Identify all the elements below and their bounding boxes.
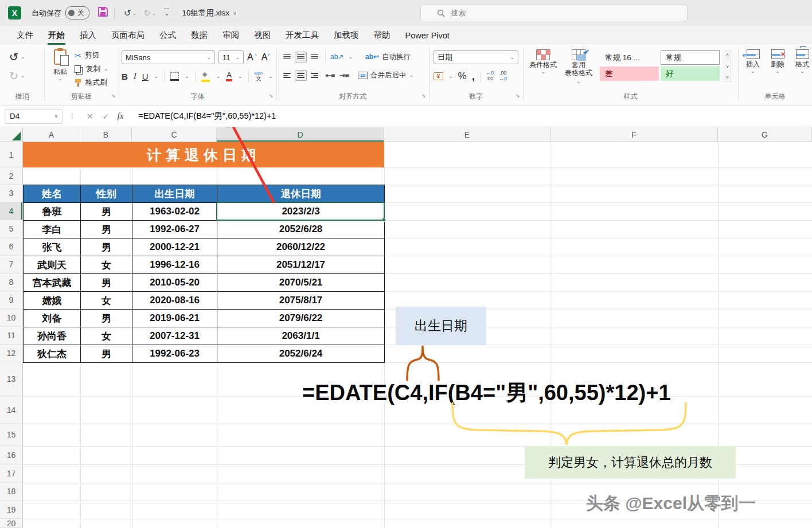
table-cell[interactable]: 武则天 [24,256,81,274]
table-cell[interactable]: 2052/6/24 [217,345,385,363]
table-cell[interactable]: 宫本武藏 [24,274,81,292]
increase-decimal-icon[interactable]: ←0.00 [486,71,494,82]
menu-tab[interactable]: 数据 [184,26,215,45]
table-cell[interactable]: 鲁班 [24,203,81,221]
column-header[interactable]: E [384,127,551,142]
table-cell[interactable]: 李白 [24,221,81,238]
table-cell[interactable]: 1996-12-16 [132,256,217,274]
underline-icon[interactable]: U [142,72,149,81]
excel-logo-icon[interactable]: X [8,6,21,19]
customize-toolbar-icon[interactable]: ⌄ [164,9,169,17]
table-cell[interactable]: 2063/1/1 [217,327,385,345]
table-cell[interactable]: 1963-02-02 [132,203,217,221]
menu-tab[interactable]: 审阅 [215,26,247,45]
undo-icon[interactable]: ↺ ⌄ [9,50,25,64]
borders-icon[interactable] [170,72,179,81]
save-icon[interactable] [97,6,108,19]
format-painter-button[interactable]: 格式刷 [75,78,108,88]
table-cell[interactable]: 女 [81,327,132,345]
column-header[interactable]: B [80,127,132,142]
row-header[interactable]: 15 [0,424,23,446]
style-chip[interactable]: 常规 [661,50,720,65]
font-size-select[interactable]: 11⌄ [218,50,244,64]
table-title-banner[interactable]: 计算退休日期 [23,142,384,167]
cut-button[interactable]: ✂剪切 [75,50,108,60]
accounting-format-icon[interactable]: ¥ [434,72,443,80]
table-cell[interactable]: 张飞 [24,238,81,256]
menu-tab[interactable]: 公式 [152,26,184,45]
table-cell[interactable]: 1992-06-27 [132,221,217,238]
menu-tab[interactable]: 文件 [9,26,41,45]
table-cell[interactable]: 2010-05-20 [132,274,217,292]
row-header[interactable]: 7 [0,256,23,273]
style-chip[interactable]: 常规 16 ... [600,50,659,65]
row-header[interactable]: 8 [0,273,23,291]
fill-handle[interactable] [382,218,386,222]
table-cell[interactable]: 2079/6/22 [217,310,385,327]
table-header-cell[interactable]: 退休日期 [217,185,385,203]
table-header-cell[interactable]: 出生日期 [132,185,217,203]
row-header[interactable]: 2 [0,167,23,185]
comma-style-icon[interactable]: , [472,73,475,79]
increase-indent-icon[interactable]: ⇥≡ [339,71,348,80]
row-header[interactable]: 6 [0,238,23,256]
column-header[interactable]: F [551,127,718,142]
delete-cells-button[interactable]: ✕ 删除 ⌄ [766,49,789,74]
formula-annotation[interactable]: =EDATE(C4,IF(B4="男",60,55)*12)+1 [302,378,744,408]
row-header[interactable]: 13 [0,362,23,396]
table-cell[interactable]: 刘备 [24,310,81,327]
name-box[interactable]: D4 ∨ [5,109,63,124]
gallery-scroll[interactable]: ∧∨≡ [724,50,731,82]
style-chip[interactable]: 差 [600,67,659,81]
row-header[interactable]: 5 [0,220,23,238]
number-format-select[interactable]: 日期⌄ [434,50,518,64]
table-cell[interactable]: 2051/12/17 [217,256,385,274]
table-cell[interactable]: 2019-06-21 [132,310,217,327]
decrease-indent-icon[interactable]: ⇤≡ [325,71,334,80]
merge-center-button[interactable]: ⇄ 合并后居中 ⌄ [358,71,413,80]
row-header[interactable]: 4 [0,202,23,220]
column-header[interactable]: G [718,127,812,142]
menu-tab[interactable]: 开发工具 [278,26,326,45]
orientation-icon[interactable]: ab↗ [330,53,343,61]
row-header[interactable]: 1 [0,142,23,167]
format-as-table-button[interactable]: 套用表格格式 ⌄ [562,49,595,85]
formula-input[interactable]: =EDATE(C4,IF(B4="男",60,55)*12)+1 [138,111,276,122]
row-header[interactable]: 16 [0,446,23,464]
insert-cells-button[interactable]: ⇐ 插入 ⌄ [741,49,764,74]
italic-icon[interactable]: I [134,72,136,81]
table-cell[interactable]: 男 [81,345,132,363]
align-left-icon[interactable] [281,70,293,81]
table-cell[interactable]: 嫦娥 [24,292,81,310]
gender-note-callout[interactable]: 判定男女，计算退休总的月数 [525,446,736,479]
dialog-launcher-icon[interactable]: ⇘ [421,93,426,99]
select-all-corner[interactable] [0,127,23,142]
cancel-icon[interactable]: ✕ [87,112,93,121]
menu-tab[interactable]: 加载项 [326,26,366,45]
conditional-formatting-button[interactable]: 条件格式 ⌄ [526,49,560,75]
align-top-icon[interactable] [281,52,293,62]
decrease-decimal-icon[interactable]: .00→0 [499,71,507,82]
table-cell[interactable]: 女 [81,256,132,274]
dialog-launcher-icon[interactable]: ⇘ [516,93,520,99]
wrap-text-button[interactable]: ab↩ 自动换行 [365,52,411,62]
table-header-cell[interactable]: 性别 [81,185,132,203]
increase-font-icon[interactable]: A＾ [247,52,258,62]
table-cell[interactable]: 女 [81,292,132,310]
row-header[interactable]: 20 [0,519,23,528]
menu-tab[interactable]: 视图 [247,26,278,45]
percent-style-icon[interactable]: % [458,71,467,82]
row-header[interactable]: 14 [0,396,23,424]
formula-bar-handle[interactable]: ⋮ [69,112,76,120]
table-cell[interactable]: 男 [81,310,132,327]
insert-function-icon[interactable]: fx [117,111,123,121]
row-header[interactable]: 9 [0,291,23,309]
undo-icon[interactable]: ↺⌄ [124,9,136,17]
row-header[interactable]: 10 [0,309,23,327]
format-cells-button[interactable]: 格式 ⌄ [791,49,812,74]
table-cell[interactable]: 男 [81,221,132,238]
row-header[interactable]: 17 [0,464,23,483]
table-cell[interactable]: 2020-08-16 [132,292,217,310]
redo-icon[interactable]: ↻ ⌄ [9,69,25,83]
row-header[interactable]: 12 [0,345,23,362]
